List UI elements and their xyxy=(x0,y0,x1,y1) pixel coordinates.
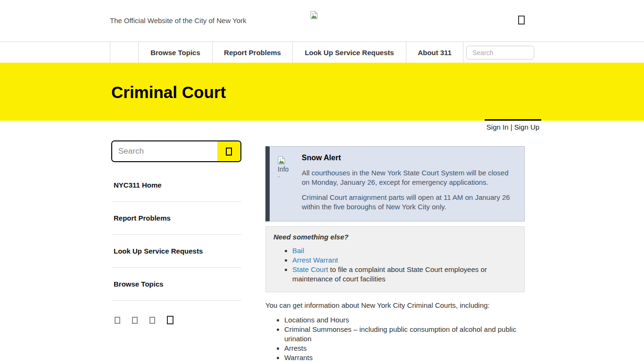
nav-item-label: Look Up Service Requests xyxy=(305,49,394,57)
sidebar-item-report-problems[interactable]: Report Problems xyxy=(111,202,241,235)
sidebar-search-input[interactable] xyxy=(112,141,217,161)
account-links: Sign In | Sign Up xyxy=(485,119,541,131)
sidebar-item-look-up-service-requests[interactable]: Look Up Service Requests xyxy=(111,235,241,268)
broken-image-icon xyxy=(278,156,285,165)
sign-up-link[interactable]: Sign Up xyxy=(514,123,539,131)
nav-item-label: Report Problems xyxy=(224,49,281,57)
sidebar-item-nyc311-home[interactable]: NYC311 Home xyxy=(111,169,241,202)
social-icon-3-missing-glyph[interactable] xyxy=(149,317,155,324)
info-list: Locations and Hours Criminal Summonses –… xyxy=(265,315,525,362)
sidebar-menu: NYC311 Home Report Problems Look Up Serv… xyxy=(111,169,241,301)
sidebar-item-label: Look Up Service Requests xyxy=(114,247,203,255)
page-title: Criminal Court xyxy=(111,83,226,102)
arrest-warrant-link[interactable]: Arrest Warrant xyxy=(292,256,338,264)
site-header: The Official Website of the City of New … xyxy=(0,0,644,41)
bail-link[interactable]: Bail xyxy=(292,247,304,255)
alert-icon-alt-text: Info xyxy=(278,166,302,173)
list-item: Criminal Summonses – including public co… xyxy=(284,325,525,344)
intro-paragraph: You can get information about New York C… xyxy=(265,301,525,310)
snow-alert-box: Info · Snow Alert All courthouses in the… xyxy=(265,146,525,222)
nav-search-input[interactable] xyxy=(466,46,534,59)
alert-icon-alt-suffix: · xyxy=(278,173,302,180)
state-court-link[interactable]: State Court xyxy=(292,265,328,273)
list-item: Arrests xyxy=(284,344,525,353)
nav-spacer-cell xyxy=(110,42,138,63)
alert-icon-column: Info · xyxy=(278,154,302,212)
sidebar-item-label: Report Problems xyxy=(114,214,171,222)
alert-paragraph: Criminal Court arraignment parts will op… xyxy=(302,193,516,212)
search-missing-glyph-icon xyxy=(226,148,232,156)
list-item: Arrest Warrant xyxy=(292,255,517,265)
social-icon-1-missing-glyph[interactable] xyxy=(115,317,120,324)
alert-body: Snow Alert All courthouses in the New Yo… xyxy=(302,154,516,212)
need-something-else-box: Need something else? Bail Arrest Warrant… xyxy=(265,226,525,292)
social-icon-4-missing-glyph[interactable] xyxy=(167,316,173,324)
nav-item-label: Browse Topics xyxy=(150,49,200,57)
main-content: Info · Snow Alert All courthouses in the… xyxy=(265,146,525,362)
need-box-title: Need something else? xyxy=(273,233,517,241)
sidebar-search xyxy=(111,140,241,162)
social-icons-row xyxy=(115,316,241,324)
list-item: Bail xyxy=(292,246,517,255)
hero-banner: Criminal Court xyxy=(0,63,644,121)
alert-paragraph: All courthouses in the New York State Co… xyxy=(302,168,516,187)
sidebar: NYC311 Home Report Problems Look Up Serv… xyxy=(111,140,241,324)
nav-item-about-311[interactable]: About 311 xyxy=(406,42,463,63)
header-menu-missing-glyph-icon[interactable] xyxy=(518,16,525,25)
account-links-separator: | xyxy=(509,123,514,131)
nav-item-browse-topics[interactable]: Browse Topics xyxy=(138,42,212,63)
nyc311-logo-broken-image-icon[interactable] xyxy=(310,11,318,19)
nav-divider xyxy=(463,42,463,63)
alert-title: Snow Alert xyxy=(302,154,516,162)
sign-in-link[interactable]: Sign In xyxy=(487,123,509,131)
social-icon-2-missing-glyph[interactable] xyxy=(132,317,138,324)
need-box-list: Bail Arrest Warrant State Court to file … xyxy=(273,246,517,284)
list-item: State Court to file a complaint about St… xyxy=(292,265,517,284)
sidebar-item-label: Browse Topics xyxy=(114,280,164,288)
main-nav: Browse Topics Report Problems Look Up Se… xyxy=(0,41,644,63)
nav-item-report-problems[interactable]: Report Problems xyxy=(212,42,292,63)
official-site-tagline: The Official Website of the City of New … xyxy=(110,16,247,25)
nav-item-label: About 311 xyxy=(418,49,452,57)
sidebar-item-label: NYC311 Home xyxy=(114,181,162,189)
sidebar-item-browse-topics[interactable]: Browse Topics xyxy=(111,268,241,301)
list-item: Locations and Hours xyxy=(284,315,525,325)
sidebar-search-button[interactable] xyxy=(217,141,240,161)
list-item: Warrants xyxy=(284,353,525,362)
page: The Official Website of the City of New … xyxy=(0,0,644,362)
nav-search-wrap xyxy=(466,46,534,59)
broken-image-icon xyxy=(310,11,318,19)
nav-item-look-up-service-requests[interactable]: Look Up Service Requests xyxy=(292,42,406,63)
